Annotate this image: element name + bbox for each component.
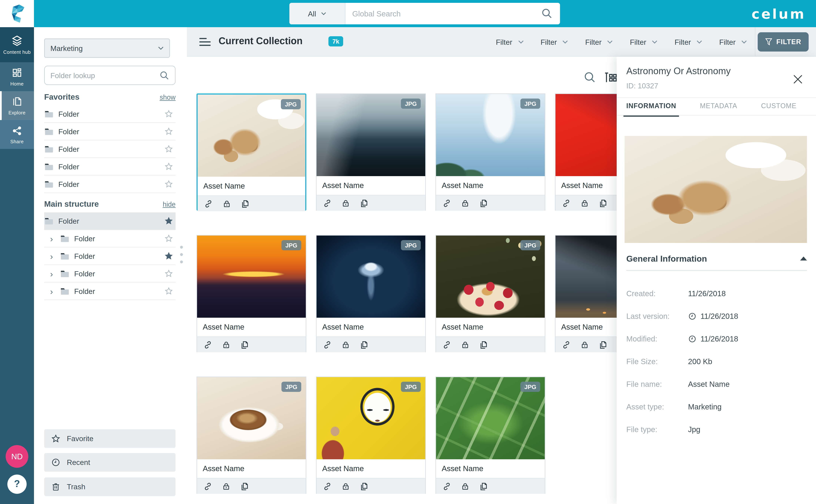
star-icon[interactable] (164, 109, 173, 118)
star-icon[interactable] (164, 180, 173, 189)
rail-item-home[interactable]: Home (0, 62, 34, 91)
tab-metadata[interactable]: METADATA (697, 102, 740, 115)
folder-row[interactable]: › Folder (44, 283, 176, 300)
favorite-shortcut-button[interactable]: Favorite (44, 429, 176, 448)
asset-card[interactable]: JPG Asset Name (435, 235, 545, 352)
lock-icon[interactable] (580, 199, 589, 208)
asset-thumbnail[interactable]: JPG (198, 95, 305, 177)
link-icon[interactable] (562, 199, 571, 208)
asset-thumbnail[interactable]: JPG (317, 377, 425, 459)
filter-button[interactable]: FILTER (758, 32, 809, 52)
chevron-right-icon[interactable]: › (48, 287, 55, 295)
rail-item-explore[interactable]: Explore (0, 91, 34, 120)
filter-dropdown[interactable]: Filter (541, 38, 568, 46)
copy-icon[interactable] (599, 199, 608, 208)
folder-row[interactable]: › Folder (44, 230, 176, 247)
asset-thumbnail[interactable]: JPG (436, 377, 545, 459)
link-icon[interactable] (323, 340, 332, 349)
chevron-right-icon[interactable]: › (48, 269, 55, 278)
chevron-right-icon[interactable]: › (48, 252, 55, 260)
asset-card[interactable]: JPG Asset Name (196, 93, 306, 211)
favorites-show-link[interactable]: show (160, 93, 176, 101)
filter-dropdown[interactable]: Filter (496, 38, 524, 46)
trash-shortcut-button[interactable]: Trash (44, 477, 176, 496)
copy-icon[interactable] (599, 340, 608, 349)
asset-thumbnail[interactable]: JPG (436, 236, 545, 318)
menu-icon[interactable] (199, 38, 211, 46)
asset-thumbnail[interactable]: JPG (197, 236, 306, 318)
general-information-header[interactable]: General Information (626, 254, 807, 263)
star-icon[interactable] (164, 216, 173, 225)
filter-dropdown[interactable]: Filter (585, 38, 613, 46)
folder-lookup-input[interactable] (45, 71, 159, 80)
folder-row[interactable]: Folder (44, 105, 176, 123)
lock-icon[interactable] (222, 340, 230, 349)
link-icon[interactable] (203, 340, 212, 349)
lock-icon[interactable] (341, 482, 350, 491)
lock-icon[interactable] (461, 340, 469, 349)
user-avatar[interactable]: ND (6, 445, 28, 468)
rail-item-content-hub[interactable]: Content hub (0, 27, 34, 62)
lock-icon[interactable] (222, 482, 230, 491)
star-icon[interactable] (164, 287, 173, 296)
folder-row[interactable]: Folder (44, 140, 176, 158)
asset-thumbnail[interactable]: JPG (317, 94, 425, 176)
panel-resize-handle[interactable] (180, 246, 183, 263)
help-button[interactable]: ? (7, 475, 27, 494)
filter-dropdown[interactable]: Filter (675, 38, 702, 46)
link-icon[interactable] (562, 340, 571, 349)
asset-card[interactable]: JPG Asset Name (435, 93, 545, 211)
lock-icon[interactable] (223, 199, 231, 208)
search-icon[interactable] (583, 71, 597, 84)
lock-icon[interactable] (461, 482, 469, 491)
folder-row[interactable]: › Folder (44, 265, 176, 283)
asset-card[interactable]: JPG Asset Name (196, 235, 306, 352)
copy-icon[interactable] (240, 340, 249, 349)
asset-thumbnail[interactable]: JPG (436, 94, 545, 176)
link-icon[interactable] (442, 340, 451, 349)
app-logo[interactable] (0, 0, 34, 27)
copy-icon[interactable] (479, 340, 488, 349)
chevron-right-icon[interactable]: › (48, 234, 55, 243)
recent-shortcut-button[interactable]: Recent (44, 453, 176, 472)
tab-custom[interactable]: CUSTOME (758, 102, 799, 115)
structure-hide-link[interactable]: hide (163, 200, 176, 208)
link-icon[interactable] (323, 199, 332, 208)
asset-card[interactable]: JPG Asset Name (316, 235, 426, 352)
link-icon[interactable] (203, 482, 212, 491)
star-icon[interactable] (164, 269, 173, 278)
lock-icon[interactable] (341, 340, 350, 349)
lock-icon[interactable] (461, 199, 469, 208)
folder-row[interactable]: Folder (44, 176, 176, 193)
link-icon[interactable] (204, 199, 213, 208)
star-icon[interactable] (164, 162, 173, 171)
lock-icon[interactable] (341, 199, 350, 208)
asset-thumbnail[interactable]: JPG (197, 377, 306, 459)
star-icon[interactable] (164, 127, 173, 136)
search-icon[interactable] (159, 70, 175, 81)
rail-item-share[interactable]: Share (0, 120, 34, 149)
asset-card[interactable]: JPG Asset Name (316, 93, 426, 211)
folder-row[interactable]: › Folder (44, 247, 176, 265)
star-icon[interactable] (164, 251, 173, 260)
search-icon[interactable] (541, 3, 560, 24)
asset-card[interactable]: JPG Asset Name (196, 377, 306, 494)
star-icon[interactable] (164, 144, 173, 153)
folder-row[interactable]: Folder (44, 212, 176, 230)
copy-icon[interactable] (360, 340, 369, 349)
asset-card[interactable]: JPG Asset Name (435, 377, 545, 494)
filter-dropdown[interactable]: Filter (719, 38, 747, 46)
asset-card[interactable]: JPG Asset Name (316, 377, 426, 494)
copy-icon[interactable] (479, 482, 488, 491)
lock-icon[interactable] (580, 340, 589, 349)
copy-icon[interactable] (241, 199, 250, 208)
filter-dropdown[interactable]: Filter (630, 38, 658, 46)
grid-view-icon[interactable] (604, 71, 617, 84)
asset-thumbnail[interactable]: JPG (317, 236, 425, 318)
folder-row[interactable]: Folder (44, 123, 176, 140)
global-search-input[interactable] (345, 3, 541, 24)
copy-icon[interactable] (240, 482, 249, 491)
star-icon[interactable] (164, 234, 173, 243)
link-icon[interactable] (323, 482, 332, 491)
close-icon[interactable] (792, 74, 804, 85)
